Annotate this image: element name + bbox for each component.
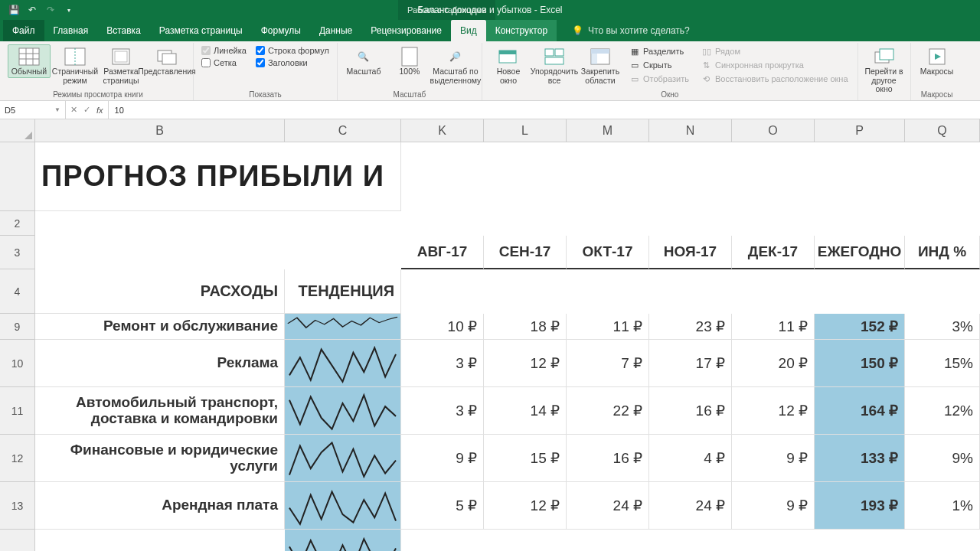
tab-insert[interactable]: Вставка <box>97 20 150 41</box>
row-label[interactable]: Финансовые и юридические услуги <box>35 435 285 482</box>
tab-page-layout[interactable]: Разметка страницы <box>150 20 252 41</box>
row-header[interactable]: 11 <box>0 387 35 435</box>
split-button[interactable]: ▦Разделить <box>626 45 692 57</box>
column-label[interactable]: ИНД % <box>905 236 980 269</box>
value-cell[interactable]: 3 ₽ <box>401 340 484 387</box>
row-header[interactable]: 12 <box>0 435 35 482</box>
tab-table-design[interactable]: Конструктор <box>486 20 557 41</box>
value-cell[interactable]: 7 ₽ <box>567 340 649 387</box>
value-cell[interactable]: 20 ₽ <box>732 340 815 387</box>
tell-me-search[interactable]: 💡 Что вы хотите сделать? <box>572 20 690 41</box>
row-header[interactable]: 2 <box>0 211 35 236</box>
cancel-icon[interactable]: ✕ <box>70 105 77 115</box>
spreadsheet-grid[interactable]: BCKLMNOPQ 234910111213 ПРОГНОЗ ПРИБЫЛИ И… <box>0 119 980 551</box>
trend-header[interactable]: ТЕНДЕНЦИЯ <box>285 269 401 314</box>
reset-window-button[interactable]: ⟲Восстановить расположение окна <box>698 73 851 85</box>
expenses-header[interactable]: РАСХОДЫ <box>35 269 285 314</box>
value-cell[interactable]: 4 ₽ <box>649 435 732 482</box>
value-cell[interactable]: 17 ₽ <box>649 340 732 387</box>
value-cell[interactable]: 11 ₽ <box>567 314 649 340</box>
value-cell[interactable]: 3% <box>905 314 980 340</box>
sparkline-cell[interactable] <box>285 387 401 435</box>
value-cell[interactable]: 3 ₽ <box>401 387 484 435</box>
value-cell[interactable]: 22 ₽ <box>567 387 649 435</box>
value-cell[interactable]: 18 ₽ <box>484 314 567 340</box>
sync-scroll-button[interactable]: ⇅Синхронная прокрутка <box>698 59 851 71</box>
view-custom-button[interactable]: Представления <box>145 44 188 78</box>
value-cell[interactable]: 12 ₽ <box>732 387 815 435</box>
sparkline-cell[interactable] <box>285 530 401 551</box>
column-label[interactable]: НОЯ-17 <box>649 236 732 269</box>
formula-input[interactable]: 10 <box>109 101 980 119</box>
row-header[interactable]: 3 <box>0 236 35 269</box>
column-label[interactable]: АВГ-17 <box>401 236 484 269</box>
column-header[interactable]: C <box>285 119 401 142</box>
value-cell[interactable]: 24 ₽ <box>567 482 649 530</box>
sparkline-cell[interactable] <box>285 314 401 340</box>
column-label[interactable]: ДЕК-17 <box>732 236 815 269</box>
tab-view[interactable]: Вид <box>451 20 486 41</box>
value-cell[interactable]: 14 ₽ <box>484 387 567 435</box>
chk-ruler[interactable]: Линейка <box>201 46 247 55</box>
view-pagebreak-button[interactable]: Страничный режим <box>54 44 96 86</box>
value-cell[interactable]: 164 ₽ <box>815 387 905 435</box>
macros-button[interactable]: Макросы <box>916 44 959 78</box>
value-cell[interactable]: 133 ₽ <box>815 435 905 482</box>
row-label[interactable]: Реклама <box>35 340 285 387</box>
value-cell[interactable]: 11 ₽ <box>732 314 815 340</box>
freeze-panes-button[interactable]: Закрепить области <box>579 44 622 86</box>
value-cell[interactable]: 12 ₽ <box>484 482 567 530</box>
arrange-all-button[interactable]: Упорядочить все <box>533 44 576 86</box>
column-header[interactable]: M <box>567 119 649 142</box>
fx-icon[interactable]: fx <box>96 106 103 115</box>
sparkline-cell[interactable] <box>285 482 401 530</box>
value-cell[interactable]: 193 ₽ <box>815 482 905 530</box>
name-box[interactable]: D5▼ <box>0 101 66 119</box>
chk-headings[interactable]: Заголовки <box>256 58 329 67</box>
value-cell[interactable]: 15% <box>905 340 980 387</box>
side-by-side-button[interactable]: ▯▯Рядом <box>698 45 851 57</box>
chk-gridlines[interactable]: Сетка <box>201 58 247 67</box>
value-cell[interactable]: 24 ₽ <box>649 482 732 530</box>
row-label[interactable]: Арендная плата <box>35 482 285 530</box>
column-header[interactable]: Q <box>905 119 980 142</box>
zoom-button[interactable]: 🔍Масштаб <box>342 44 385 78</box>
column-header[interactable]: B <box>35 119 285 142</box>
tab-home[interactable]: Главная <box>44 20 98 41</box>
view-pagelayout-button[interactable]: Разметка страницы <box>100 44 142 86</box>
value-cell[interactable]: 15 ₽ <box>484 435 567 482</box>
value-cell[interactable]: 1% <box>905 482 980 530</box>
sparkline-cell[interactable] <box>285 435 401 482</box>
new-window-button[interactable]: Новое окно <box>487 44 530 86</box>
hide-button[interactable]: ▭Скрыть <box>626 59 692 71</box>
view-normal-button[interactable]: Обычный <box>8 44 51 78</box>
unhide-button[interactable]: ▭Отобразить <box>626 73 692 85</box>
row-header[interactable]: 9 <box>0 314 35 340</box>
tab-file[interactable]: Файл <box>3 20 44 41</box>
row-header[interactable]: 4 <box>0 269 35 314</box>
row-header[interactable]: 13 <box>0 482 35 530</box>
column-label[interactable]: ЕЖЕГОДНО <box>815 236 905 269</box>
value-cell[interactable]: 150 ₽ <box>815 340 905 387</box>
column-header[interactable]: P <box>815 119 905 142</box>
value-cell[interactable]: 16 ₽ <box>649 387 732 435</box>
tab-review[interactable]: Рецензирование <box>361 20 451 41</box>
value-cell[interactable]: 23 ₽ <box>649 314 732 340</box>
redo-icon[interactable]: ↷ <box>44 4 57 16</box>
switch-window-button[interactable]: Перейти в другое окно <box>863 44 906 96</box>
undo-icon[interactable]: ↶ <box>26 4 38 16</box>
row-header[interactable] <box>0 142 35 211</box>
value-cell[interactable]: 152 ₽ <box>815 314 905 340</box>
value-cell[interactable]: 12% <box>905 387 980 435</box>
value-cell[interactable]: 9 ₽ <box>732 482 815 530</box>
column-header[interactable]: N <box>649 119 732 142</box>
column-header[interactable]: L <box>484 119 567 142</box>
column-header[interactable]: K <box>401 119 484 142</box>
row-header[interactable]: 10 <box>0 340 35 387</box>
sheet-title[interactable]: ПРОГНОЗ ПРИБЫЛИ И <box>35 142 401 211</box>
value-cell[interactable]: 9 ₽ <box>401 435 484 482</box>
qat-customize-icon[interactable]: ▾ <box>63 4 75 16</box>
chk-formula-bar[interactable]: Строка формул <box>256 46 329 55</box>
zoom-selection-button[interactable]: 🔎Масштаб по выделенному <box>434 44 477 86</box>
sparkline-cell[interactable] <box>285 340 401 387</box>
